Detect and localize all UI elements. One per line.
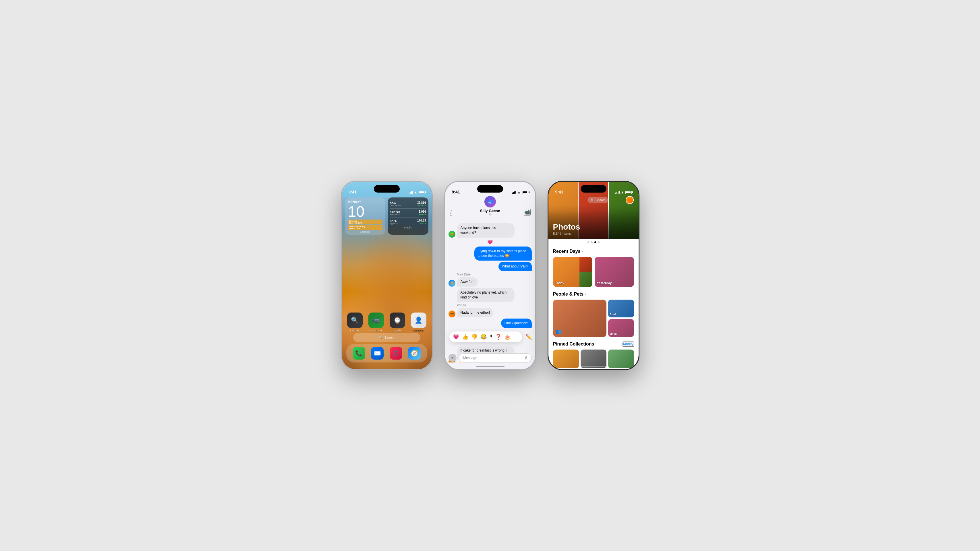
pinned-collections-header: Pinned Collections › Modify: [553, 341, 634, 347]
stock-2-price-info: 5,036 +80.48: [418, 210, 426, 216]
pinned-chevron[interactable]: ›: [595, 342, 597, 346]
msg-avatar-6: 😎: [449, 311, 455, 318]
dock-phone[interactable]: 📞: [353, 347, 365, 360]
microphone-icon[interactable]: 🎙: [524, 356, 528, 360]
dock-music[interactable]: 🎵: [390, 347, 402, 360]
signal-bar-1: [409, 192, 409, 194]
stock-1-info: DOW Dow Jones I...: [390, 202, 402, 206]
facetime-label: FaceTime: [371, 329, 382, 332]
tapback-thumbsdown[interactable]: 👎: [471, 334, 477, 340]
signal-bar-3-4: [619, 191, 620, 194]
add-attachment-button[interactable]: +: [449, 354, 457, 362]
msg-bubble-6: Nada for me either!: [457, 308, 493, 318]
stock-3-price: 170.33: [417, 219, 426, 222]
pinned-card-1[interactable]: [553, 349, 579, 368]
dynamic-island-1: [374, 185, 400, 192]
search-label: Search: [385, 336, 395, 339]
watch-icon: ⌚: [390, 313, 405, 328]
people-pets-header: People & Pets ›: [553, 292, 634, 297]
stocks-widget-label: Stocks: [390, 226, 426, 229]
pinned-card-2[interactable]: [581, 349, 606, 368]
tapback-more[interactable]: …: [514, 334, 519, 340]
app-watch[interactable]: ⌚ Watch: [389, 313, 406, 332]
edit-reaction-btn[interactable]: ✏️: [525, 334, 532, 340]
dock-safari[interactable]: 🧭: [408, 347, 421, 360]
signal-bar-3-2: [616, 192, 617, 194]
msg-row-4: 😄 Aww fun!: [449, 277, 532, 287]
wifi-icon-2: ▲: [517, 190, 521, 194]
phone-2-screen: 9:41 ▲: [445, 182, 535, 369]
dot-4[interactable]: [598, 241, 600, 243]
pinned-collections-label: Pinned Collections: [553, 341, 594, 347]
tapback-question[interactable]: ❓: [495, 334, 501, 340]
signal-bars-3: [615, 191, 620, 194]
pinned-card-3[interactable]: [608, 349, 634, 368]
people-amit-card[interactable]: Amit: [608, 300, 634, 318]
msg-bubble-4: Aww fun!: [457, 277, 478, 287]
messages-list[interactable]: 😊 Anyone have plans this weekend? 💗 Flyi…: [445, 219, 535, 362]
app-facetime[interactable]: 📹 FaceTime: [368, 313, 385, 332]
yesterday-label: Yesterday: [597, 281, 612, 285]
people-pets-label: People & Pets: [553, 292, 584, 297]
people-maya-card[interactable]: Maya: [608, 319, 634, 337]
tapback-thumbsup[interactable]: 👍: [462, 334, 468, 340]
dock-mail[interactable]: ✉️: [371, 347, 383, 360]
dock: 📞 ✉️ 🎵 🧭: [346, 344, 427, 362]
stocks-widget[interactable]: DOW Dow Jones I... 37,816 +570.17 S&P: [388, 197, 428, 235]
photos-content[interactable]: Recent Days ›: [549, 245, 639, 369]
facetime-icon: 📹: [368, 313, 384, 328]
sender-name-mark: Mark Disler: [457, 273, 532, 276]
msg-avatar-4: 😄: [449, 280, 455, 287]
calendar-event-1: Site visit 10:15 – 10:45AM: [348, 219, 382, 224]
find-my-icon: 🔍: [347, 313, 363, 328]
tapback-heart[interactable]: 💗: [453, 334, 459, 340]
dot-1[interactable]: [587, 241, 589, 243]
home-search-bar[interactable]: 🔍 Search: [353, 333, 420, 342]
calendar-widget[interactable]: MONDAY 10 Site visit 10:15 – 10:45AM Lun…: [345, 197, 385, 235]
stock-2-name: Standard &...: [390, 213, 402, 216]
tapback-cake[interactable]: 🎂: [504, 334, 511, 340]
app-find-my[interactable]: 🔍 Find My: [346, 313, 364, 332]
photos-search-button[interactable]: 🔍 Search: [587, 197, 608, 203]
app-contacts[interactable]: 👤 Contacts: [410, 313, 427, 332]
recent-days-title: Recent Days ›: [553, 249, 583, 254]
stock-3-price-info: 170.33 +3.17: [417, 219, 426, 225]
recent-days-grid: Today Yesterday: [553, 257, 634, 287]
phone-3: 9:41 ▲: [547, 181, 640, 370]
people-main-card[interactable]: 👥: [553, 300, 606, 337]
battery-icon-2: [522, 191, 528, 194]
signal-bar-2: [410, 192, 410, 194]
people-pets-chevron[interactable]: ›: [585, 292, 586, 296]
video-call-button[interactable]: 📹: [524, 209, 531, 216]
phones-container: 9:41 ▲: [341, 181, 640, 370]
pinned-grid: [553, 349, 634, 368]
calendar-event-2: Lunch with Andy 11AM – 12PM: [348, 225, 382, 230]
dot-2[interactable]: [591, 241, 593, 243]
find-my-label: Find My: [350, 329, 359, 332]
recent-days-chevron[interactable]: ›: [582, 249, 583, 253]
people-group-icon: 👥: [555, 328, 562, 335]
status-icons-3: ▲: [615, 190, 632, 194]
message-input-bar: + iMessage 🎙: [449, 353, 532, 362]
recent-today-card[interactable]: Today: [553, 257, 592, 287]
tapback-exclaim[interactable]: ‼️: [490, 334, 492, 340]
today-side-thumbs: [579, 257, 592, 287]
dot-3-active[interactable]: [594, 241, 596, 243]
recent-yesterday-card[interactable]: Yesterday: [595, 257, 634, 287]
photos-avatar-button[interactable]: [626, 196, 634, 204]
back-button[interactable]: ‹: [450, 210, 452, 216]
tapback-haha[interactable]: 😂: [480, 334, 487, 340]
group-avatar: 🧢: [484, 196, 496, 208]
photos-screen: 9:41 ▲: [549, 182, 639, 369]
today-label: Today: [555, 281, 565, 285]
message-input-field[interactable]: iMessage 🎙: [459, 353, 532, 362]
signal-bar-2-4: [515, 191, 516, 194]
battery-fill-3: [626, 191, 630, 193]
msg-bubble-7: Quick question:: [501, 319, 532, 328]
tapback-popup[interactable]: 💗 👍 👎 😂 ‼️ ❓ 🎂 …: [449, 332, 522, 342]
msg-bubble-5: Absolutely no plans yet, which I kind of…: [457, 288, 515, 302]
dynamic-island-2: [477, 185, 503, 192]
modify-button[interactable]: Modify: [622, 341, 634, 347]
photos-count: 8,342 Items: [553, 232, 634, 236]
today-thumb-2: [579, 272, 592, 287]
